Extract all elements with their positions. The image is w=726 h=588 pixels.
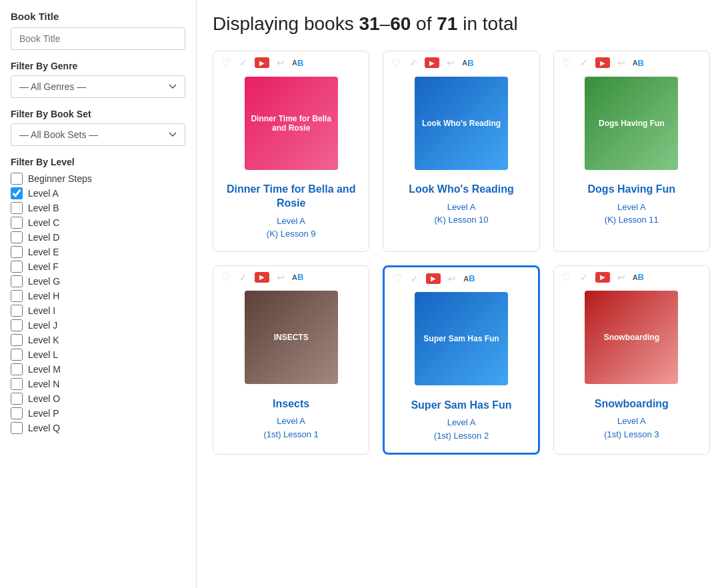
ab-badge: AB	[462, 58, 473, 68]
level-item: Level M	[11, 363, 185, 375]
level-checkbox[interactable]	[11, 349, 23, 361]
play-icon[interactable]: ▶	[425, 57, 439, 68]
level-item: Level I	[11, 305, 185, 317]
favorite-icon[interactable]: ♡	[220, 271, 232, 283]
level-item: Level K	[11, 334, 185, 346]
ab-badge: AB	[463, 273, 475, 283]
book-card[interactable]: ♡ ✓ ▶ ↩ AB Look Who's Reading Look Who's…	[383, 51, 539, 252]
check-icon[interactable]: ✓	[237, 57, 249, 69]
check-icon[interactable]: ✓	[237, 271, 249, 283]
page-header: Displaying books 31–60 of 71 in total	[213, 13, 710, 35]
book-title-input[interactable]	[11, 27, 185, 50]
level-item: Level L	[11, 349, 185, 361]
share-icon[interactable]: ↩	[275, 57, 287, 69]
level-item: Level H	[11, 290, 185, 302]
level-item: Level N	[11, 378, 185, 390]
favorite-icon[interactable]: ♡	[220, 57, 232, 69]
book-level: Level A(1st) Lesson 1	[224, 415, 358, 441]
ab-badge: AB	[292, 272, 303, 282]
level-checkbox[interactable]	[11, 217, 23, 229]
level-label: Level O	[28, 393, 60, 404]
level-label: Level M	[28, 364, 61, 375]
book-info: Dinner Time for Bella and Rosie Level A(…	[213, 175, 369, 251]
share-icon[interactable]: ↩	[275, 271, 287, 283]
level-item: Level E	[11, 246, 185, 258]
book-card[interactable]: ♡ ✓ ▶ ↩ AB INSECTS Insects Level A(1st) …	[213, 265, 369, 455]
book-title-label: Book Title	[11, 11, 185, 22]
share-icon[interactable]: ↩	[615, 271, 627, 283]
level-item: Level B	[11, 202, 185, 214]
book-card[interactable]: ♡ ✓ ▶ ↩ AB Dinner Time for Bella and Ros…	[213, 51, 369, 252]
level-checkbox[interactable]	[11, 393, 23, 405]
play-icon[interactable]: ▶	[595, 272, 610, 283]
book-card[interactable]: ♡ ✓ ▶ ↩ AB Super Sam Has Fun Super Sam H…	[383, 265, 539, 455]
total: 71	[437, 13, 457, 34]
level-label: Level K	[28, 335, 59, 345]
level-checkbox-list: Beginner StepsLevel ALevel BLevel CLevel…	[11, 173, 185, 434]
level-checkbox[interactable]	[11, 319, 23, 331]
level-checkbox[interactable]	[11, 378, 23, 390]
play-icon[interactable]: ▶	[255, 272, 269, 283]
level-checkbox[interactable]	[11, 334, 23, 346]
book-level: Level A(K) Lesson 9	[224, 215, 358, 241]
book-toolbar: ♡ ✓ ▶ ↩ AB	[213, 51, 369, 71]
bookset-select[interactable]: — All Book Sets —	[11, 123, 185, 146]
level-label: Level C	[28, 217, 59, 228]
main-content: Displaying books 31–60 of 71 in total ♡ …	[197, 0, 726, 588]
level-checkbox[interactable]	[11, 202, 23, 214]
share-icon[interactable]: ↩	[445, 57, 457, 69]
check-icon[interactable]: ✓	[578, 271, 590, 283]
check-icon[interactable]: ✓	[407, 57, 419, 69]
displaying-prefix: Displaying books	[213, 13, 359, 34]
level-item: Level F	[11, 261, 185, 273]
level-label: Level A	[28, 188, 59, 199]
genre-select[interactable]: — All Genres —	[11, 75, 185, 98]
level-item: Level O	[11, 393, 185, 405]
level-item: Level Q	[11, 422, 185, 434]
level-checkbox[interactable]	[11, 407, 23, 419]
favorite-icon[interactable]: ♡	[561, 271, 573, 283]
level-label: Level G	[28, 276, 60, 287]
level-label: Level H	[28, 291, 59, 301]
level-checkbox[interactable]	[11, 246, 23, 258]
ab-badge: AB	[633, 272, 644, 282]
book-cover: Super Sam Has Fun	[385, 287, 537, 391]
range-dash: –	[380, 13, 391, 34]
level-checkbox[interactable]	[11, 422, 23, 434]
check-icon[interactable]: ✓	[578, 57, 590, 69]
book-card[interactable]: ♡ ✓ ▶ ↩ AB Dogs Having Fun Dogs Having F…	[553, 51, 710, 252]
book-card[interactable]: ♡ ✓ ▶ ↩ AB Snowboarding Snowboarding Lev…	[553, 265, 710, 455]
book-cover-image: Super Sam Has Fun	[415, 292, 508, 385]
level-checkbox[interactable]	[11, 305, 23, 317]
share-icon[interactable]: ↩	[615, 57, 627, 69]
level-label: Level N	[28, 379, 59, 389]
level-item: Level A	[11, 187, 185, 199]
book-info: Dogs Having Fun Level A(K) Lesson 11	[554, 175, 709, 237]
books-grid: ♡ ✓ ▶ ↩ AB Dinner Time for Bella and Ros…	[213, 51, 710, 455]
level-label: Level Q	[28, 423, 60, 433]
book-title: Insects	[224, 397, 358, 411]
ab-badge: AB	[292, 58, 303, 68]
book-title: Dinner Time for Bella and Rosie	[224, 183, 358, 211]
book-title: Look Who's Reading	[394, 183, 528, 197]
level-checkbox[interactable]	[11, 261, 23, 273]
favorite-icon[interactable]: ♡	[390, 57, 402, 69]
level-checkbox[interactable]	[11, 187, 23, 199]
play-icon[interactable]: ▶	[255, 57, 269, 68]
level-checkbox[interactable]	[11, 275, 23, 287]
play-icon[interactable]: ▶	[595, 57, 610, 68]
level-checkbox[interactable]	[11, 231, 23, 243]
share-icon[interactable]: ↩	[446, 273, 458, 285]
favorite-icon[interactable]: ♡	[561, 57, 573, 69]
level-checkbox[interactable]	[11, 290, 23, 302]
level-checkbox[interactable]	[11, 363, 23, 375]
play-icon[interactable]: ▶	[426, 273, 441, 284]
level-checkbox[interactable]	[11, 173, 23, 185]
favorite-icon[interactable]: ♡	[391, 273, 403, 285]
check-icon[interactable]: ✓	[409, 273, 421, 285]
book-info: Super Sam Has Fun Level A(1st) Lesson 2	[385, 391, 537, 453]
level-label: Level J	[28, 320, 57, 331]
book-cover: INSECTS	[213, 286, 369, 389]
book-toolbar: ♡ ✓ ▶ ↩ AB	[213, 266, 369, 286]
genre-filter-group: Filter By Genre — All Genres —	[11, 61, 185, 98]
